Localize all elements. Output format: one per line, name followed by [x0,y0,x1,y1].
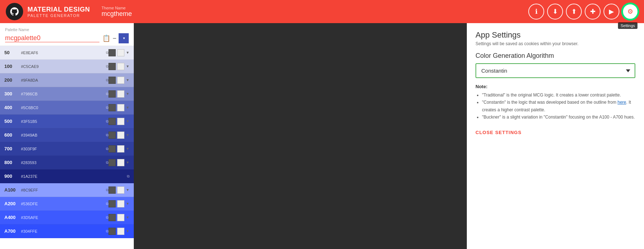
shade-label: 100 [4,64,20,69]
hex-label: #7986CB [21,92,105,96]
copy-icon: ⧉ [106,78,108,82]
light-swatch [117,200,124,207]
row-actions: ▼ [108,90,129,98]
row-chevron[interactable]: ▼ [126,215,129,219]
light-swatch [117,186,124,194]
palette-row[interactable]: 200 #9FA8DA ⧉ ▼ [0,73,134,87]
play-button[interactable]: ▶ [604,4,619,20]
hex-label: #303F9F [21,147,105,151]
shade-label: 400 [4,105,20,110]
light-swatch [117,63,124,70]
theme-label: Theme Name [102,6,132,10]
row-actions: ▼ [108,200,129,207]
hex-label: #5C6BC0 [21,106,105,110]
algorithm-select[interactable]: Traditional Constantin Buckner [475,63,635,78]
row-chevron[interactable]: ▼ [126,188,129,192]
row-chevron[interactable]: ▼ [126,147,129,151]
palette-row[interactable]: 700 #303F9F ⧉ ▼ [0,142,134,156]
shade-label: 600 [4,132,20,138]
hex-label: #9FA8DA [21,78,105,82]
row-actions: ▼ [108,214,129,221]
copy-icon: ⧉ [106,215,108,220]
shade-label: A100 [4,187,20,193]
row-actions: ▼ [108,118,129,125]
here-link[interactable]: here [618,100,626,105]
upload-button[interactable]: ⬆ [566,4,582,20]
palette-name-input[interactable] [5,34,99,42]
hex-label: #8C9EFF [21,188,105,192]
row-chevron[interactable]: ▼ [126,229,129,233]
light-swatch [117,228,124,235]
note-item-traditional: "Traditional" is the original MCG logic.… [482,91,635,99]
github-icon [9,7,20,17]
shade-label: A200 [4,201,20,206]
palette-row[interactable]: 50 #E8EAF6 ⧉ ▼ [0,46,134,60]
download-button[interactable]: ⬇ [547,4,563,20]
dark-swatch [108,49,116,56]
palette-row[interactable]: 900 #1A237E ⧉ [0,169,134,183]
settings-button[interactable]: ⚙ Settings [622,4,638,20]
light-swatch [117,145,124,153]
palette-sidebar: Palette Name 📋 − 50 #E8EAF6 ⧉ ▼ 100 #C5C… [0,23,134,249]
palette-row[interactable]: A100 #8C9EFF ⧉ ▼ [0,183,134,197]
palette-row[interactable]: 100 #C5CAE9 ⧉ ▼ [0,60,134,73]
row-chevron[interactable]: ▼ [126,64,129,68]
light-swatch [117,159,124,166]
info-button[interactable]: ℹ [528,4,544,20]
settings-panel-subtitle: Settings will be saved as cookies within… [475,41,635,46]
shade-label: A700 [4,228,20,234]
row-actions: ▼ [108,186,129,194]
color-picker-button[interactable] [119,33,129,43]
app-header: MATERIAL DESIGN PALETTE GENERATOR Theme … [0,0,644,23]
row-chevron[interactable]: ▼ [126,106,129,110]
palette-row[interactable]: A700 #304FFE ⧉ ▼ [0,224,134,238]
dark-swatch [108,200,116,207]
row-chevron[interactable]: ▼ [126,160,129,164]
dark-swatch [108,145,116,153]
palette-row[interactable]: 300 #7986CB ⧉ ▼ [0,87,134,101]
row-chevron[interactable]: ▼ [126,133,129,137]
row-chevron[interactable]: ▼ [126,92,129,96]
copy-palette-button[interactable]: 📋 [102,34,110,42]
row-actions: ▼ [108,77,129,84]
settings-tooltip: Settings [618,22,637,29]
row-chevron[interactable]: ▼ [126,202,129,206]
brand-block: MATERIAL DESIGN PALETTE GENERATOR [27,6,90,18]
dark-swatch [108,228,116,235]
row-chevron[interactable]: ▼ [126,78,129,82]
hex-label: #3D5AFE [21,215,105,220]
copy-icon: ⧉ [106,202,108,206]
light-swatch [117,214,124,221]
copy-icon: ⧉ [106,51,108,55]
light-swatch [117,90,124,98]
palette-row[interactable]: 800 #283593 ⧉ ▼ [0,156,134,169]
add-button[interactable]: ✚ [585,4,601,20]
copy-icon: ⧉ [106,229,108,233]
palette-row[interactable]: 400 #5C6BC0 ⧉ ▼ [0,101,134,115]
palette-row[interactable]: 600 #3949AB ⧉ ▼ [0,128,134,142]
hex-label: #3949AB [21,133,105,137]
settings-panel-title: App Settings [475,30,635,40]
header-toolbar: ℹ ⬇ ⬆ ✚ ▶ ⚙ Settings [528,4,638,20]
dark-swatch [108,132,116,139]
row-actions: ▼ [108,228,129,235]
hex-label: #283593 [21,160,105,165]
hex-label: #1A237E [21,174,126,179]
palette-row[interactable]: 500 #3F51B5 ⧉ ▼ [0,115,134,128]
copy-icon: ⧉ [106,106,108,110]
palette-row[interactable]: A400 #3D5AFE ⧉ ▼ [0,211,134,224]
main-content: Palette Name 📋 − 50 #E8EAF6 ⧉ ▼ 100 #C5C… [0,23,644,249]
row-chevron[interactable]: ▼ [126,51,129,55]
settings-panel: App Settings Settings will be saved as c… [467,23,644,249]
remove-palette-button[interactable]: − [112,35,116,42]
shade-label: 700 [4,146,20,151]
shade-label: 50 [4,50,20,55]
palette-row[interactable]: A200 #536DFE ⧉ ▼ [0,197,134,211]
row-chevron[interactable]: ▼ [126,119,129,123]
shade-label: 800 [4,160,20,165]
dark-swatch [108,118,116,125]
light-swatch [117,77,124,84]
settings-notes: "Traditional" is the original MCG logic.… [475,91,635,121]
dark-swatch [108,63,116,70]
close-settings-button[interactable]: CLOSE SETTINGS [475,130,521,135]
